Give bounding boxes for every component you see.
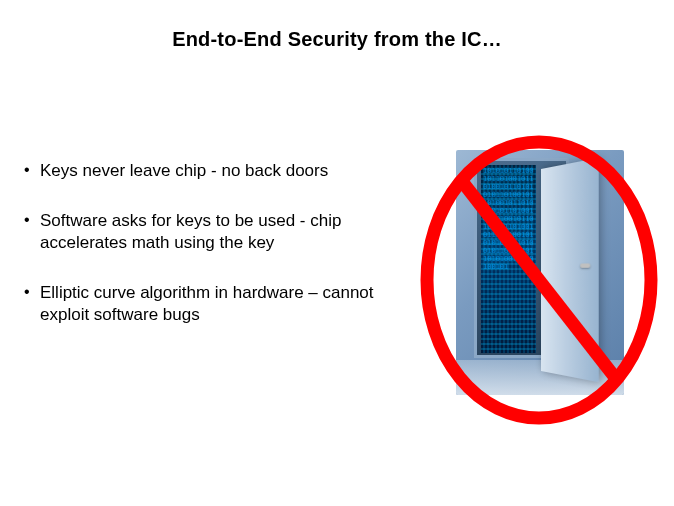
bullet-list: Keys never leave chip - no back doors So… (20, 160, 400, 326)
bullet-item: Keys never leave chip - no back doors (20, 160, 400, 182)
prohibition-icon (419, 135, 659, 425)
slide-title: End-to-End Security from the IC… (0, 0, 674, 51)
bullet-item: Software asks for keys to be used - chip… (20, 210, 400, 254)
no-backdoor-illustration: 1010101101001011010010110100101101010101… (419, 135, 659, 425)
svg-line-1 (461, 180, 617, 380)
bullet-content: Keys never leave chip - no back doors So… (20, 160, 400, 354)
bullet-item: Elliptic curve algorithm in hardware – c… (20, 282, 400, 326)
